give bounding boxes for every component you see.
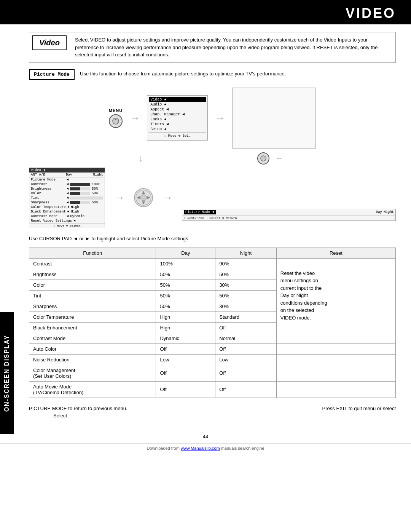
- td-day: High: [156, 312, 215, 322]
- pm-day-night: Day Night: [376, 210, 394, 214]
- footer-text-before: Downloaded from: [147, 446, 181, 451]
- footer: Downloaded from www.Manualslib.com manua…: [0, 443, 411, 453]
- vs-bar-color: [70, 192, 90, 195]
- td-reset-empty: [276, 333, 395, 343]
- td-night: 30%: [215, 301, 277, 312]
- col-day: Day: [156, 248, 215, 258]
- col-reset: Reset: [276, 248, 395, 258]
- td-day: 50%: [156, 280, 215, 290]
- vs-row-contrast: Contrast ◄ 100%: [29, 182, 105, 187]
- td-function: Color Management(Set User Colors): [29, 365, 156, 381]
- table-row: Color Management(Set User Colors) Off Of…: [29, 365, 396, 381]
- footer-link[interactable]: www.Manualslib.com: [181, 446, 220, 451]
- vs-label-reset: Reset Video Settings: [31, 219, 72, 223]
- vs-label-sharpness: Sharpness: [31, 201, 65, 204]
- vs-header-label: Video ◄: [31, 168, 45, 172]
- bottom-left-note: PICTURE MODE to return to previous menu.: [29, 406, 127, 411]
- menu-knob: [109, 114, 123, 128]
- vs-arrow-pm: ◄: [67, 178, 68, 182]
- enter-knob: [257, 152, 269, 165]
- footer-text-after: manuals search engine: [220, 446, 264, 451]
- td-day: Off: [156, 381, 215, 398]
- menu-col: MENU: [109, 108, 123, 128]
- vs-ant: ANT A/B: [31, 173, 45, 177]
- pm-header-label: Picture Mode ◄: [184, 210, 216, 214]
- td-function: Contrast Mode: [29, 333, 156, 343]
- vs-bar-contrast: [70, 183, 90, 186]
- td-night: Off: [215, 343, 277, 354]
- vs-val-color: 50%: [92, 192, 103, 195]
- vs-val-colortemp: High: [71, 205, 79, 209]
- vs-row-color: Color ◄ 50%: [29, 191, 105, 196]
- vs-day: Day: [66, 173, 72, 177]
- dpad: [134, 188, 153, 207]
- picture-mode-desc: Use this function to choose from automat…: [75, 69, 291, 78]
- intro-text: Select VIDEO to adjust picture settings …: [70, 32, 395, 62]
- vs-row-reset: Reset Video Settings ◄: [29, 219, 105, 223]
- td-day: Low: [156, 354, 215, 365]
- vs-bar-brightness: [70, 187, 90, 190]
- picture-mode-right-box: Picture Mode ◄ Day Night ↕ Next/Prev ↔ S…: [182, 209, 396, 221]
- osd-menu-box: Video ◄ Audio ◄ Aspect ◄ Chan. Manager ◄…: [147, 95, 208, 141]
- td-day: High: [156, 322, 215, 333]
- td-day: 50%: [156, 290, 215, 301]
- video-settings-box: Video ◄ ANT A/B Day Night Picture Mode ◄…: [29, 168, 105, 228]
- menu-item-chan: Chan. Manager ◄: [149, 112, 206, 117]
- sidebar-text: ON-SCREEN DISPLAY: [3, 335, 10, 412]
- td-night: Normal: [215, 333, 277, 343]
- td-day: Off: [156, 365, 215, 381]
- td-function: Contrast: [29, 258, 156, 269]
- vs-val-blackenh: High: [71, 210, 79, 214]
- pm-day-label: Day: [376, 210, 382, 214]
- intro-section: Video Select VIDEO to adjust picture set…: [29, 32, 396, 63]
- td-night: 30%: [215, 280, 277, 290]
- table-row: Auto Color Off Off: [29, 343, 396, 354]
- menu-item-setup: Setup ◄: [149, 127, 206, 132]
- td-night: Low: [215, 354, 277, 365]
- td-night: Standard: [215, 312, 277, 322]
- td-night: Off: [215, 322, 277, 333]
- bottom-notes: PICTURE MODE to return to previous menu.…: [29, 406, 396, 411]
- select-note: Select: [53, 413, 396, 419]
- td-function: Color Temperature: [29, 312, 156, 322]
- td-night: Off: [215, 365, 277, 381]
- main-content: Video Select VIDEO to adjust picture set…: [14, 24, 411, 426]
- page-number: 44: [0, 434, 411, 443]
- col-function: Function: [29, 248, 156, 258]
- menu-label-text: MENU: [109, 108, 123, 113]
- picture-mode-label: Picture Mode: [29, 69, 75, 80]
- connector-row: ↓ ←: [29, 152, 396, 165]
- td-night: Off: [215, 381, 277, 398]
- td-function: Brightness: [29, 269, 156, 280]
- pm-night-label: Night: [384, 210, 394, 214]
- table-row: Contrast Mode Dynamic Normal: [29, 333, 396, 343]
- td-day: Off: [156, 343, 215, 354]
- menu-item-locks: Locks ◄: [149, 117, 206, 122]
- vs-header: Video ◄: [29, 168, 105, 173]
- td-reset: Reset the videomenu settings oncurrent i…: [276, 258, 395, 333]
- table-row: Noise Reduction Low Low: [29, 354, 396, 365]
- vs-val-brightness: 50%: [92, 187, 103, 191]
- vs-row-brightness: Brightness ◄ 50%: [29, 187, 105, 191]
- page-title-area: VIDEO: [0, 2, 411, 24]
- picture-mode-return-note: PICTURE MODE to return to previous menu.: [29, 406, 127, 411]
- empty-space: [182, 174, 396, 205]
- vs-arrow-tint: ◄: [67, 196, 68, 200]
- menu-item-video: Video ◄: [149, 97, 206, 102]
- right-panel: Picture Mode ◄ Day Night ↕ Next/Prev ↔ S…: [182, 174, 396, 221]
- vs-row-tint: Tint ◄: [29, 196, 105, 200]
- vs-bar-tint: [70, 197, 103, 200]
- vs-arrow-reset: ◄: [73, 219, 75, 223]
- top-diagram-wrapper: MENU → Video ◄ Audio ◄ Aspect ◄ Chan. Ma…: [29, 88, 396, 149]
- td-reset-empty: [276, 354, 395, 365]
- vs-row-picture-mode: Picture Mode ◄: [29, 177, 105, 182]
- td-function: Sharpness: [29, 301, 156, 312]
- menu-item-audio: Audio ◄: [149, 102, 206, 107]
- vs-arrow-color: ◄: [67, 192, 68, 195]
- svg-point-1: [115, 119, 116, 120]
- td-reset-empty: [276, 343, 395, 354]
- td-function: Tint: [29, 290, 156, 301]
- td-night: 50%: [215, 290, 277, 301]
- vs-arrow-colortemp: ◄: [67, 205, 69, 209]
- menu-footer: ↕ Move ⊕ Sel.: [149, 133, 206, 139]
